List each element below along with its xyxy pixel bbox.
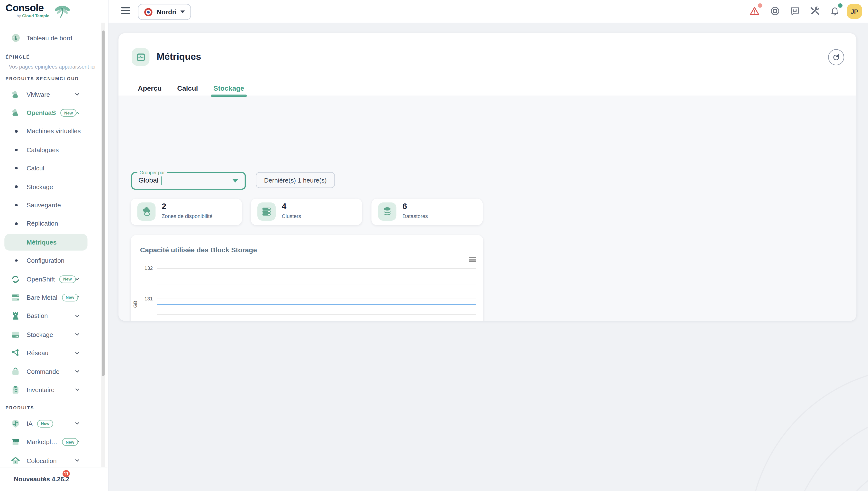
metrics-page-card: Grouper par Global Dernière(s) 1 heure(s… <box>118 33 856 321</box>
stockage-icon <box>10 329 21 340</box>
chevron-down-icon <box>74 387 80 393</box>
sidebar-item-vmware[interactable]: VMware <box>0 85 101 104</box>
sidebar-item-reseau[interactable]: Réseau <box>0 344 101 362</box>
new-badge: New <box>37 420 53 428</box>
sidebar-item-sauvegarde[interactable]: Sauvegarde <box>0 196 101 214</box>
y-axis-title: GB <box>133 301 138 308</box>
sidebar-item-bare-metal[interactable]: Bare MetalNew <box>0 288 101 307</box>
sidebar-item-catalogues[interactable]: Catalogues <box>0 141 101 159</box>
stat-card-zones-de-disponibilite: 2Zones de disponibilité <box>131 199 242 225</box>
sidebar-item-stockage[interactable]: Stockage <box>0 325 101 344</box>
sidebar-item-label: Machines virtuelles <box>27 128 81 135</box>
sidebar-item-metriques[interactable]: Métriques <box>0 233 101 251</box>
sidebar-item-label: Sauvegarde <box>27 202 61 208</box>
ia-icon <box>10 418 21 429</box>
vmware-icon <box>10 89 21 99</box>
card-body: Grouper par Global Dernière(s) 1 heure(s… <box>118 96 856 321</box>
menu-toggle-button[interactable] <box>121 7 130 15</box>
bullet-icon <box>15 241 17 243</box>
marketpl-icon <box>10 437 21 447</box>
new-badge: New <box>62 294 78 301</box>
stat-label: Zones de disponibilité <box>162 213 212 219</box>
sidebar-item-configuration[interactable]: Configuration <box>0 251 101 270</box>
chart-context-menu-button[interactable] <box>469 257 476 263</box>
stat-label: Datastores <box>402 213 428 219</box>
sidebar-item-label: Marketpl… <box>27 439 57 445</box>
sidebar-scrollbar-thumb[interactable] <box>102 30 105 376</box>
sidebar-item-openshift[interactable]: OpenShiftNew <box>0 270 101 288</box>
sidebar-item-inventaire[interactable]: Inventaire <box>0 381 101 399</box>
stat-card-datastores: 6Datastores <box>372 199 483 225</box>
chevron-down-icon <box>74 91 80 97</box>
colocation-icon <box>10 456 21 465</box>
chart-gridline <box>157 283 476 284</box>
sidebar-footer[interactable]: Nouveautés 4.26.2 11 <box>0 467 107 491</box>
sidebar-item-label: Calcul <box>27 165 44 172</box>
sidebar-item-stockage[interactable]: Stockage <box>0 177 101 196</box>
commande-icon <box>10 367 21 377</box>
chevron-down-icon <box>74 369 80 375</box>
console-app: Console by Cloud Temple Tableau de bordÉ… <box>0 0 868 491</box>
group-by-value: Global <box>138 176 158 184</box>
block-storage-chart-card: Capacité utilisée des Block Storage 1321… <box>131 235 483 321</box>
feedback-icon[interactable] <box>789 6 801 17</box>
support-icon[interactable] <box>769 6 781 17</box>
stat-label: Clusters <box>282 213 301 219</box>
sidebar-item-label: IA <box>27 420 33 427</box>
tab-stockage[interactable]: Stockage <box>213 81 244 95</box>
section-header-produits: PRODUITS <box>6 404 102 412</box>
refresh-button[interactable] <box>828 49 844 65</box>
new-badge: New <box>59 275 76 283</box>
refresh-icon <box>832 53 840 61</box>
chevron-down-icon <box>74 331 80 338</box>
sidebar-nav: Tableau de bordÉPINGLÉVos pages épinglée… <box>0 29 101 470</box>
alerts-badge <box>758 3 762 8</box>
dropdown-arrow-icon <box>233 179 238 182</box>
reseau-icon <box>10 348 21 358</box>
group-by-label: Grouper par <box>137 170 167 175</box>
time-range-button[interactable]: Dernière(s) 1 heure(s) <box>256 172 335 188</box>
alerts-icon[interactable] <box>749 6 760 17</box>
tab-calcul[interactable]: Calcul <box>177 81 198 95</box>
chart-gridline <box>157 299 476 299</box>
chart-gridline <box>157 314 476 314</box>
tableau-de-bord-icon <box>10 33 21 43</box>
series-line-capacite-utilisee[interactable] <box>157 304 476 306</box>
sidebar-item-label: Stockage <box>27 183 53 190</box>
sidebar-item-machines-virtuelles[interactable]: Machines virtuelles <box>0 122 101 141</box>
tab-apercu[interactable]: Aperçu <box>138 81 162 95</box>
clusters-icon <box>257 202 276 221</box>
sidebar: Console by Cloud Temple Tableau de bordÉ… <box>0 0 109 491</box>
bullet-icon <box>15 167 17 169</box>
group-by-select[interactable]: Grouper par Global <box>131 172 246 190</box>
tenant-selector-button[interactable]: Nordri <box>138 4 191 20</box>
tenant-name: Nordri <box>157 8 177 16</box>
sidebar-item-commande[interactable]: Commande <box>0 362 101 381</box>
metrics-page-icon <box>132 48 150 66</box>
topbar: Nordri JP <box>108 0 868 23</box>
section-header-produits-secnumcloud: PRODUITS SECNUMCLOUD <box>6 75 102 83</box>
sidebar-item-ia[interactable]: IANew <box>0 414 101 433</box>
sidebar-item-calcul[interactable]: Calcul <box>0 159 101 177</box>
sidebar-item-tableau-de-bord[interactable]: Tableau de bord <box>0 29 101 47</box>
sidebar-item-replication[interactable]: Réplication <box>0 214 101 233</box>
sidebar-item-label: Catalogues <box>27 147 59 153</box>
sidebar-item-bastion[interactable]: Bastion <box>0 307 101 325</box>
openshift-icon <box>10 274 21 284</box>
bullet-icon <box>15 259 17 262</box>
bullet-icon <box>15 148 17 151</box>
bare-metal-icon <box>10 293 21 302</box>
sidebar-item-label: Réseau <box>27 349 48 356</box>
sidebar-item-openiaas[interactable]: OpenIaaSNew <box>0 104 101 122</box>
chart-title: Capacité utilisée des Block Storage <box>140 246 257 254</box>
sidebar-item-label: Configuration <box>27 257 64 264</box>
brand-logo[interactable]: Console by Cloud Temple <box>6 3 105 23</box>
notifications-icon[interactable] <box>829 6 841 17</box>
whats-new-link[interactable]: Nouveautés 4.26.2 <box>14 476 69 482</box>
chevron-down-icon <box>74 421 80 427</box>
bullet-icon <box>15 130 17 133</box>
admin-tools-icon[interactable] <box>809 6 820 17</box>
sidebar-item-marketpl[interactable]: Marketpl…New <box>0 433 101 452</box>
user-avatar[interactable]: JP <box>847 4 862 19</box>
inventaire-icon <box>10 385 21 395</box>
